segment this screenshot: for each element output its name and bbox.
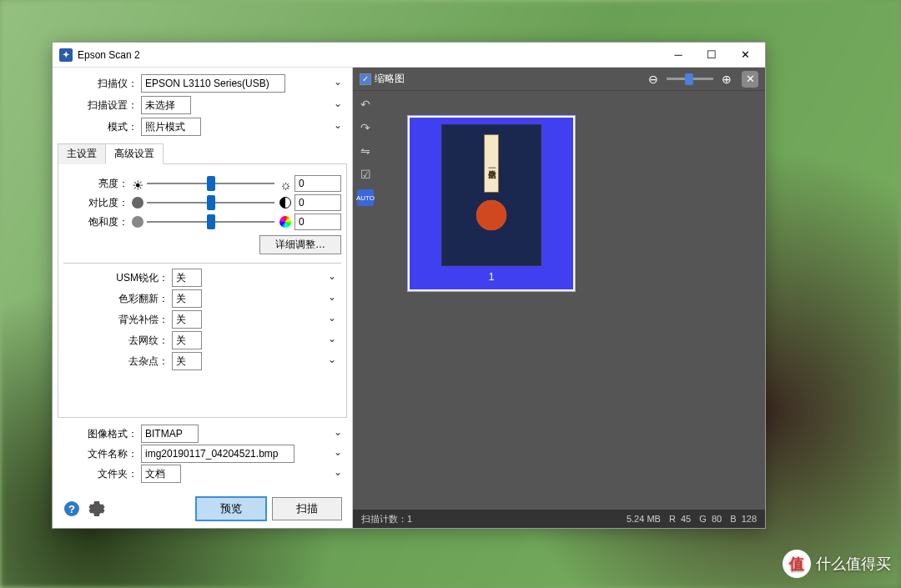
scan-settings-label: 扫描设置： <box>58 98 141 113</box>
descreen-select[interactable]: 关 <box>172 331 202 349</box>
sun-dim-icon: ☀ <box>132 178 143 189</box>
saturation-high-icon <box>279 216 291 228</box>
folder-label: 文件夹： <box>58 467 141 481</box>
close-button[interactable]: ✕ <box>728 43 762 67</box>
b-value: 128 <box>742 514 757 524</box>
tab-main[interactable]: 主设置 <box>58 143 106 164</box>
zoom-in-icon[interactable]: ⊕ <box>718 73 735 86</box>
contrast-low-icon <box>132 197 143 209</box>
usm-select[interactable]: 关 <box>172 269 202 287</box>
descreen-label: 去网纹： <box>63 334 172 348</box>
watermark: 值 什么值得买 <box>783 550 891 578</box>
format-label: 图像格式： <box>58 427 141 441</box>
rotate-right-icon[interactable]: ↷ <box>357 119 374 136</box>
help-icon[interactable]: ? <box>63 500 81 518</box>
select-all-icon[interactable]: ☑ <box>357 166 374 183</box>
tab-advanced[interactable]: 高级设置 <box>105 143 164 164</box>
detail-adjust-button[interactable]: 详细调整… <box>259 235 341 254</box>
close-preview-icon[interactable]: ✕ <box>742 71 758 88</box>
contrast-label: 对比度： <box>63 196 132 210</box>
folder-select[interactable]: 文档 <box>141 465 181 483</box>
brightness-input[interactable] <box>294 175 341 192</box>
usm-label: USM锐化： <box>63 271 172 285</box>
rotate-left-icon[interactable]: ↶ <box>357 96 374 113</box>
saturation-slider[interactable] <box>147 214 274 229</box>
file-size: 5.24 MB <box>627 514 661 524</box>
preview-button[interactable]: 预览 <box>195 496 267 521</box>
title-bar: ✦ Epson Scan 2 ─ ☐ ✕ <box>53 43 765 68</box>
dust-select[interactable]: 关 <box>172 352 202 370</box>
zoom-slider[interactable] <box>667 78 713 80</box>
scan-count: 扫描计数：1 <box>361 513 412 525</box>
emperor-figure <box>462 198 521 256</box>
app-icon: ✦ <box>59 48 73 62</box>
thumbnail-label: 缩略图 <box>375 72 645 86</box>
scroll-text: 朕一生自信 <box>484 134 499 193</box>
scanner-select[interactable]: EPSON L3110 Series(USB) <box>141 74 285 93</box>
app-window: ✦ Epson Scan 2 ─ ☐ ✕ 扫描仪： EPSON L3110 Se… <box>52 42 766 529</box>
saturation-low-icon <box>132 216 143 228</box>
zoom-out-icon[interactable]: ⊖ <box>645 73 662 86</box>
scan-settings-select[interactable]: 未选择 <box>141 96 191 114</box>
contrast-input[interactable] <box>294 194 341 211</box>
minimize-button[interactable]: ─ <box>662 43 695 67</box>
thumbnail-image: 朕一生自信 <box>441 124 541 266</box>
color-restore-label: 色彩翻新： <box>63 292 172 306</box>
mode-select[interactable]: 照片模式 <box>141 118 201 136</box>
brightness-label: 亮度： <box>63 177 132 191</box>
filename-select[interactable]: img20190117_04204521.bmp <box>141 445 294 463</box>
backlight-select[interactable]: 关 <box>172 310 202 329</box>
gear-icon[interactable] <box>88 500 106 518</box>
brightness-slider[interactable] <box>147 176 274 191</box>
status-bar: 扫描计数：1 5.24 MB R 45 G 80 B 128 <box>353 510 765 528</box>
contrast-high-icon <box>279 197 291 209</box>
scan-button[interactable]: 扫描 <box>272 497 342 520</box>
maximize-button[interactable]: ☐ <box>695 43 728 67</box>
auto-icon[interactable]: AUTO <box>357 189 374 206</box>
svg-text:?: ? <box>68 503 75 515</box>
color-restore-select[interactable]: 关 <box>172 289 202 308</box>
scanner-label: 扫描仪： <box>58 77 141 91</box>
mode-label: 模式： <box>58 120 141 134</box>
watermark-badge-icon: 值 <box>783 550 811 578</box>
sun-bright-icon: ☼ <box>279 178 291 189</box>
filename-label: 文件名称： <box>58 447 141 461</box>
window-title: Epson Scan 2 <box>78 49 662 61</box>
saturation-input[interactable] <box>294 214 341 230</box>
thumbnail-number: 1 <box>489 271 495 283</box>
dust-label: 去杂点： <box>63 354 172 369</box>
preview-thumbnail[interactable]: 朕一生自信 1 <box>408 116 575 291</box>
saturation-label: 饱和度： <box>63 215 132 229</box>
thumbnail-checkbox[interactable]: ✓ <box>360 73 371 85</box>
r-value: 45 <box>681 514 691 524</box>
contrast-slider[interactable] <box>147 195 274 210</box>
format-select[interactable]: BITMAP <box>141 425 199 443</box>
tab-content: 亮度： ☀ ☼ 对比度： 饱和度： <box>58 164 347 418</box>
g-value: 80 <box>712 514 722 524</box>
preview-panel: ✓ 缩略图 ⊖ ⊕ ✕ ↶ ↷ ⇋ ☑ AUTO 朕一生自信 <box>353 68 765 528</box>
mirror-icon[interactable]: ⇋ <box>357 143 374 159</box>
backlight-label: 背光补偿： <box>63 313 172 327</box>
settings-panel: 扫描仪： EPSON L3110 Series(USB) 扫描设置： 未选择 模… <box>53 68 353 528</box>
